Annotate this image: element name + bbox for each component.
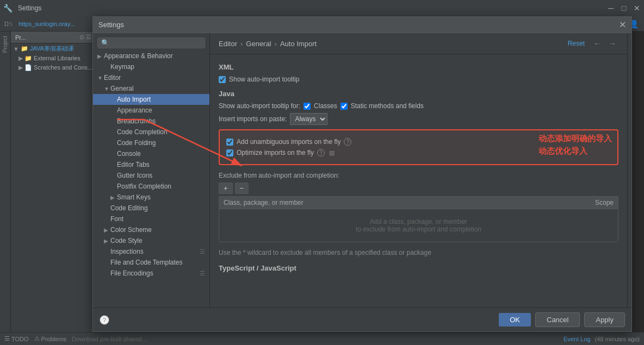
- tree-label-postfix-completion: Postfix Completion: [117, 183, 171, 190]
- todo-label: TODO: [11, 336, 29, 342]
- settings-footer: ? OK Cancel Apply: [93, 308, 631, 331]
- note-text: Use the * wildcard to exclude all member…: [219, 248, 618, 258]
- tree-item-code-completion[interactable]: Code Completion: [93, 127, 209, 137]
- remove-exclude-button[interactable]: −: [235, 183, 249, 194]
- tree-label-editor: Editor: [104, 74, 121, 81]
- scrollbar-right[interactable]: [627, 33, 631, 308]
- tree-label-appearance: Appearance & Behavior: [104, 52, 173, 60]
- tree-item-code-editing[interactable]: Code Editing: [93, 203, 209, 214]
- project-tree-scratches[interactable]: ▶ 📄 Scratches and Cons...: [11, 63, 103, 72]
- tree-item-breadcrumbs[interactable]: Breadcrumbs: [93, 116, 209, 127]
- tree-item-appearance-sub[interactable]: Appearance: [93, 105, 209, 116]
- breadcrumb-editor: Editor: [219, 40, 237, 48]
- tree-item-auto-import[interactable]: Auto Import: [93, 94, 209, 105]
- add-unambiguous-checkbox[interactable]: [226, 139, 233, 146]
- ts-section-title: TypeScript / JavaScript: [219, 264, 618, 272]
- optimize-imports-checkbox[interactable]: [226, 149, 233, 156]
- breadcrumb-auto-import: Auto Import: [280, 40, 317, 48]
- apply-button[interactable]: Apply: [584, 312, 625, 327]
- tree-arrow-editor: ▼: [97, 75, 104, 81]
- todo-icon: ☰: [4, 335, 10, 342]
- optimize-imports-info-icon[interactable]: ?: [317, 149, 325, 156]
- nav-forward-button[interactable]: →: [606, 37, 618, 49]
- problems-label: Problems: [41, 336, 66, 342]
- todo-button[interactable]: ☰ TODO: [4, 335, 29, 342]
- tree-item-keymap[interactable]: Keymap: [93, 61, 209, 72]
- tree-item-inspections[interactable]: Inspections ☰: [93, 246, 209, 257]
- table-body-empty: Add a class, package, or member to exclu…: [219, 209, 618, 242]
- add-unambiguous-info-icon[interactable]: ?: [344, 138, 351, 146]
- table-header: Class, package, or member Scope: [219, 197, 618, 209]
- show-tooltip-row: Show auto-import tooltip for: Classes St…: [219, 102, 618, 110]
- tree-item-font[interactable]: Font: [93, 214, 209, 224]
- tree-label-appearance-sub: Appearance: [117, 106, 152, 114]
- add-exclude-button[interactable]: +: [219, 183, 233, 194]
- tree-item-postfix-completion[interactable]: Postfix Completion: [93, 181, 209, 192]
- event-log-link[interactable]: Event Log: [564, 336, 591, 342]
- tree-item-editor-tabs[interactable]: Editor Tabs: [93, 159, 209, 170]
- java-section: Java Show auto-import tooltip for: Class…: [219, 90, 618, 258]
- reset-button[interactable]: Reset: [565, 39, 588, 48]
- sidebar-left: Project: [0, 32, 11, 332]
- tree-item-editor[interactable]: ▼ Editor: [93, 72, 209, 83]
- project-menu-icon[interactable]: ☰: [86, 34, 91, 41]
- maximize-button[interactable]: □: [620, 4, 628, 12]
- tree-item-color-scheme[interactable]: ▶ Color Scheme: [93, 224, 209, 235]
- minimize-button[interactable]: ─: [607, 4, 615, 12]
- tree-item-gutter-icons[interactable]: Gutter Icons: [93, 170, 209, 181]
- ts-section: TypeScript / JavaScript: [219, 264, 618, 272]
- tree-label-code-style: Code Style: [110, 237, 143, 244]
- classes-label: Classes: [314, 102, 337, 110]
- xml-section-title: XML: [219, 63, 618, 71]
- table-col-scope: Scope: [570, 199, 614, 206]
- tree-label-font: Font: [110, 215, 123, 223]
- project-tree-libraries[interactable]: ▶ 📁 External Libraries: [11, 54, 103, 63]
- tree-label-smart-keys: Smart Keys: [117, 193, 151, 201]
- help-button[interactable]: ?: [100, 315, 109, 325]
- breadcrumb: Editor › General › Auto Import: [219, 40, 317, 48]
- exclude-table: Class, package, or member Scope Add a cl…: [219, 196, 618, 242]
- java-section-title: Java: [219, 90, 618, 98]
- optimize-imports-row: Optimize imports on the fly ? ▤: [226, 149, 611, 156]
- xml-show-tooltip-checkbox[interactable]: [219, 76, 226, 83]
- static-methods-checkbox[interactable]: [340, 103, 348, 110]
- tree-item-console[interactable]: Console: [93, 148, 209, 159]
- exclude-section: Exclude from auto-import and completion:…: [219, 172, 618, 258]
- optimize-imports-label: Optimize imports on the fly: [237, 149, 314, 156]
- settings-content: Editor › General › Auto Import Reset ← →: [210, 33, 627, 308]
- tree-arrow-smart-keys: ▶: [110, 195, 117, 200]
- project-sync-icon[interactable]: ⊙: [79, 34, 84, 41]
- tree-item-code-style[interactable]: ▶ Code Style: [93, 235, 209, 246]
- tree-label-keymap: Keymap: [110, 63, 134, 71]
- tree-item-code-folding[interactable]: Code Folding: [93, 137, 209, 148]
- project-header: Pr... ⊙ ☰ ⚙: [11, 32, 103, 43]
- tree-item-file-code-templates[interactable]: File and Code Templates: [93, 257, 209, 268]
- project-tree-root[interactable]: ▼ 📁 JAVA寒假基础课: [11, 43, 103, 54]
- tree-arrow-code-style: ▶: [104, 238, 110, 244]
- close-button[interactable]: ✕: [633, 4, 641, 12]
- xml-show-tooltip-label: Show auto-import tooltip: [229, 76, 299, 83]
- tree-label-console: Console: [117, 150, 141, 158]
- tree-item-smart-keys[interactable]: ▶ Smart Keys: [93, 192, 209, 203]
- tree-label-code-completion: Code Completion: [117, 128, 168, 136]
- tree-label-general: General: [110, 85, 134, 92]
- insert-imports-select[interactable]: Always Ask Never: [290, 113, 327, 125]
- nav-back-button[interactable]: ←: [591, 37, 603, 49]
- tree-item-file-encodings[interactable]: File Encodings ☰: [93, 268, 209, 279]
- table-toolbar: + −: [219, 183, 618, 194]
- problems-button[interactable]: ⚠ Problems: [34, 335, 66, 342]
- tree-item-general[interactable]: ▼ General: [93, 83, 209, 94]
- tree-label-code-folding: Code Folding: [117, 139, 156, 147]
- tree-label-file-code-templates: File and Code Templates: [110, 259, 183, 266]
- search-input[interactable]: [112, 39, 201, 47]
- classes-checkbox[interactable]: [304, 103, 311, 110]
- main-content-area: XML Show auto-import tooltip Java: [210, 54, 627, 283]
- download-text: Download pre-built shared...: [72, 336, 147, 342]
- breadcrumb-bar: Editor › General › Auto Import Reset ← →: [210, 33, 627, 54]
- sidebar-project-label[interactable]: Project: [1, 34, 9, 55]
- cancel-button[interactable]: Cancel: [535, 312, 580, 327]
- bottom-status-bar: ☰ TODO ⚠ Problems Download pre-built sha…: [0, 332, 644, 345]
- table-placeholder-1: Add a class, package, or member: [370, 218, 467, 225]
- tree-item-appearance[interactable]: ▶ Appearance & Behavior: [93, 51, 209, 61]
- ok-button[interactable]: OK: [499, 313, 531, 327]
